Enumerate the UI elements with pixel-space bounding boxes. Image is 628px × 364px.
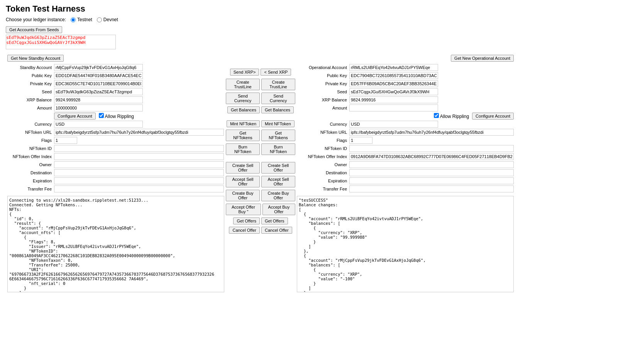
devnet-radio[interactable]: [97, 17, 102, 22]
standby-expiration-input[interactable]: [54, 177, 224, 184]
standby-pubkey-input[interactable]: [54, 72, 143, 79]
standby-nftoken-url-row: NFToken URL: [7, 129, 224, 136]
get-offers-right-button[interactable]: Get Offers: [261, 217, 288, 224]
standby-seed-input[interactable]: [54, 88, 143, 95]
operational-currency-input[interactable]: [349, 121, 438, 128]
standby-amount-label: Amount: [7, 106, 52, 110]
page-title: Token Test Harness: [6, 4, 622, 14]
get-balances-right-button[interactable]: Get Balances: [261, 106, 294, 113]
operational-destination-label: Destination: [297, 170, 347, 175]
operational-top-btn-row: Get New Operational Account: [297, 55, 514, 62]
operational-nftoken-url-label: NFToken URL: [297, 130, 347, 135]
burn-nftoken-right-button[interactable]: Burn NFToken: [261, 143, 295, 155]
operational-amount-input[interactable]: [349, 104, 438, 111]
devnet-radio-label[interactable]: Devnet: [97, 17, 118, 22]
create-trustline-right-button[interactable]: Create TrustLine: [261, 79, 295, 90]
standby-allow-rippling-label[interactable]: Allow Rippling: [99, 113, 134, 119]
accept-sell-offer-right-button[interactable]: Accept Sell Offer: [261, 176, 295, 187]
mint-nftoken-left-button[interactable]: Mint NFToken: [227, 120, 260, 127]
operational-pubkey-input[interactable]: [349, 72, 438, 79]
standby-account-input[interactable]: [54, 64, 143, 71]
standby-xrp-balance-input[interactable]: [54, 96, 143, 103]
standby-seed-label: Seed: [7, 89, 52, 94]
standby-pubkey-label: Public Key: [7, 73, 52, 78]
get-balances-left-button[interactable]: Get Balances: [227, 106, 260, 113]
operational-configure-row: Allow Rippling Configure Account: [297, 113, 514, 120]
accept-sell-offer-left-button[interactable]: Accept Sell Offer: [226, 176, 260, 187]
standby-nftoken-offer-index-label: NFToken Offer Index: [7, 154, 52, 159]
operational-owner-input[interactable]: [349, 161, 514, 168]
standby-nftoken-url-input[interactable]: [54, 129, 224, 136]
operational-privkey-input[interactable]: [349, 80, 438, 87]
operational-seed-label: Seed: [297, 89, 347, 94]
send-xrp-left-button[interactable]: < Send XRP: [261, 69, 291, 76]
testnet-radio[interactable]: [71, 17, 76, 22]
get-nftokens-left-button[interactable]: Get NFTokens: [226, 130, 260, 141]
operational-expiration-input[interactable]: [349, 177, 514, 184]
get-new-operational-account-button[interactable]: Get New Operational Account: [451, 55, 514, 62]
standby-nftoken-id-input[interactable]: [54, 145, 224, 152]
create-sell-offer-right-button[interactable]: Create Sell Offer: [261, 162, 295, 174]
standby-transfer-fee-row: Transfer Fee: [7, 185, 224, 192]
standby-nftoken-url-label: NFToken URL: [7, 130, 52, 135]
create-buy-offer-left-button[interactable]: Create Buy Offer: [226, 190, 260, 201]
standby-nftoken-offer-index-row: NFToken Offer Index: [7, 153, 224, 160]
standby-nftoken-offer-index-input[interactable]: [54, 153, 224, 160]
operational-flags-label: Flags: [297, 138, 347, 143]
operational-account-input[interactable]: [349, 64, 438, 71]
operational-currency-label: Currency: [297, 122, 347, 126]
accept-buy-offer-left-button[interactable]: Accept Offer Buy ": [226, 204, 261, 215]
operational-nftoken-url-input[interactable]: [349, 129, 514, 136]
get-new-standby-account-button[interactable]: Get New Standby Account: [7, 55, 64, 62]
send-currency-left-button[interactable]: Send Currency: [226, 93, 260, 104]
standby-allow-rippling-checkbox[interactable]: [99, 113, 104, 118]
cancel-offer-right-button[interactable]: Cancel Offer: [261, 227, 292, 234]
standby-configure-account-button[interactable]: Configure Account: [54, 113, 96, 120]
seeds-textarea[interactable]: sEdT9uWJqdkG63pZizaZ5EAcT3zgmpd sEd7Cqgx…: [6, 35, 116, 49]
create-buy-offer-right-button[interactable]: Create Buy Offer: [261, 190, 295, 201]
operational-seed-row: Seed: [297, 88, 514, 95]
create-trustline-left-button[interactable]: Create TrustLine: [226, 79, 260, 90]
send-currency-right-button[interactable]: Send Currency: [261, 93, 295, 104]
burn-nftoken-left-button[interactable]: Burn NFToken: [226, 143, 260, 155]
operational-seed-input[interactable]: [349, 88, 438, 95]
operational-nftoken-offer-index-input[interactable]: [349, 153, 514, 160]
operational-xrp-balance-row: XRP Balance: [297, 96, 514, 103]
operational-destination-input[interactable]: [349, 169, 514, 176]
standby-amount-input[interactable]: [54, 104, 143, 111]
standby-currency-input[interactable]: [54, 121, 143, 128]
operational-allow-rippling-label[interactable]: Allow Rippling: [434, 113, 469, 119]
operational-configure-account-button[interactable]: Configure Account: [472, 113, 514, 120]
operational-privkey-row: Private Key: [297, 80, 514, 87]
cancel-offer-left-button[interactable]: Cancel Offer: [229, 227, 260, 234]
get-accounts-from-seeds-button[interactable]: Get Accounts From Seeds: [6, 26, 62, 33]
get-nftokens-right-button[interactable]: Get NFTokens: [261, 130, 295, 141]
get-offers-left-button[interactable]: Get Offers: [233, 217, 260, 224]
seeds-row: Get Accounts From Seeds sEdT9uWJqdkG63pZ…: [6, 26, 622, 49]
create-sell-offer-left-button[interactable]: Create Sell Offer: [226, 162, 260, 174]
testnet-radio-label[interactable]: Testnet: [71, 17, 92, 22]
standby-transfer-fee-input[interactable]: [54, 185, 224, 192]
operational-transfer-fee-input[interactable]: [349, 185, 514, 192]
operational-pubkey-label: Public Key: [297, 73, 347, 78]
testnet-label: Testnet: [77, 17, 92, 22]
operational-transfer-fee-label: Transfer Fee: [297, 187, 347, 191]
standby-owner-input[interactable]: [54, 161, 224, 168]
operational-nftoken-id-label: NFToken ID: [297, 146, 347, 151]
operational-flags-input[interactable]: [349, 137, 372, 144]
mint-nftoken-right-button[interactable]: Mint NFToken: [261, 120, 295, 127]
ledger-instance-label: Choose your ledger instance:: [6, 17, 66, 22]
standby-owner-row: Owner: [7, 161, 224, 168]
operational-xrp-balance-input[interactable]: [349, 96, 438, 103]
standby-privkey-input[interactable]: [54, 80, 143, 87]
operational-flags-row: Flags: [297, 137, 514, 144]
send-xrp-right-button[interactable]: Send XRP>: [230, 69, 259, 76]
accept-buy-offer-right-button[interactable]: Accept Buy Offer: [262, 204, 295, 215]
operational-output-textarea[interactable]: [297, 196, 514, 292]
operational-nftoken-id-input[interactable]: [349, 145, 514, 152]
standby-allow-rippling-text: Allow Rippling: [105, 114, 134, 119]
standby-destination-input[interactable]: [54, 169, 224, 176]
standby-flags-input[interactable]: [54, 137, 77, 144]
operational-allow-rippling-checkbox[interactable]: [434, 113, 439, 118]
standby-output-textarea[interactable]: [7, 196, 224, 292]
